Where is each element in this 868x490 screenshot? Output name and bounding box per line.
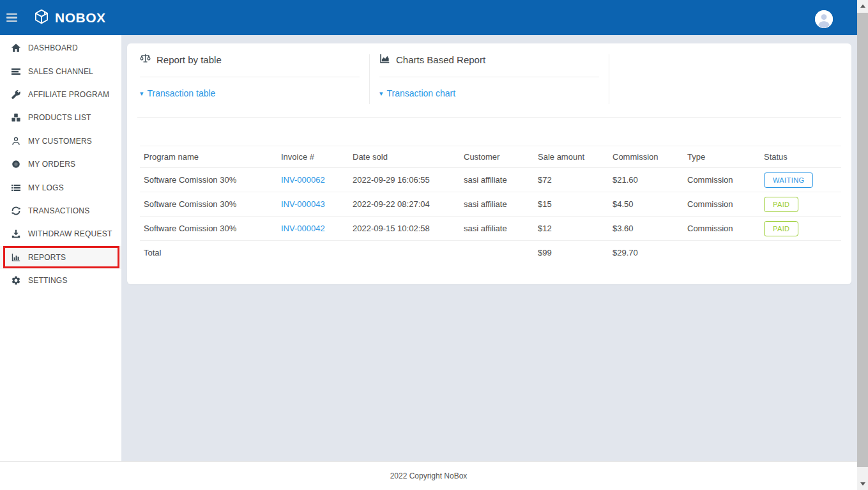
commission-cell: $21.60 (609, 168, 683, 192)
report-by-table-title: Report by table (140, 54, 222, 65)
sidebar-item-label: REPORTS (28, 253, 66, 262)
panel-divider-left (140, 77, 360, 77)
date-cell: 2022-09-29 16:06:55 (349, 168, 460, 192)
sidebar-item-label: DASHBOARD (28, 43, 78, 52)
sidebar-item-transactions[interactable]: TRANSACTIONS (0, 199, 121, 222)
empty-cell (460, 241, 534, 264)
sidebar-item-my-orders[interactable]: MY ORDERS (0, 153, 121, 176)
scrollbar-thumb[interactable] (857, 13, 868, 467)
sidebar-item-sales-channel[interactable]: SALES CHANNEL (0, 59, 121, 82)
total-sale-cell: $99 (534, 241, 609, 264)
table-row: Software Comission 30%INV-0000432022-09-… (140, 192, 841, 217)
chevron-down-icon: ▾ (140, 90, 144, 97)
vertical-scrollbar[interactable] (857, 0, 868, 490)
sidebar-item-withdraw-request[interactable]: WITHDRAW REQUEST (0, 222, 121, 245)
sidebar-item-products-list[interactable]: PRODUCTS LIST (0, 106, 121, 129)
table-row: Software Comission 30%INV-0000422022-09-… (140, 217, 841, 241)
column-header: Sale amount (534, 146, 609, 168)
invoice-cell: INV-000043 (277, 192, 349, 217)
brand-logo[interactable]: NOBOX (33, 0, 106, 35)
program-cell: Software Comission 30% (140, 168, 277, 192)
wrench-icon (11, 89, 28, 100)
area-chart-icon (379, 53, 390, 66)
bar-chart-icon (11, 252, 28, 263)
invoice-cell: INV-000042 (277, 217, 349, 241)
status-cell: PAID (760, 192, 841, 217)
scale-icon (140, 53, 151, 66)
scroll-down-arrow-icon[interactable] (860, 482, 865, 486)
sale-cell: $15 (534, 192, 609, 217)
date-cell: 2022-09-15 10:02:58 (349, 217, 460, 241)
person-icon (11, 136, 28, 146)
download-icon (11, 229, 28, 239)
transaction-chart-toggle[interactable]: ▾ Transaction chart (379, 88, 455, 98)
customer-cell: sasi affiliate (460, 192, 534, 217)
commission-cell: $3.60 (609, 217, 683, 241)
invoice-cell: INV-000062 (277, 168, 349, 192)
sidebar-item-my-customers[interactable]: MY CUSTOMERS (0, 130, 121, 153)
status-badge[interactable]: WAITING (764, 172, 813, 188)
program-cell: Software Comission 30% (140, 192, 277, 217)
sale-cell: $12 (534, 217, 609, 241)
sidebar-item-affiliate-program[interactable]: AFFILIATE PROGRAM (0, 83, 121, 106)
vertical-divider (609, 54, 609, 104)
status-badge[interactable]: PAID (764, 197, 798, 212)
status-badge[interactable]: PAID (764, 221, 798, 236)
column-header: Date sold (349, 146, 460, 168)
scroll-up-arrow-icon[interactable] (860, 4, 865, 8)
sidebar-item-label: SETTINGS (28, 276, 68, 285)
commission-cell: $4.50 (609, 192, 683, 217)
hamburger-menu-icon[interactable] (6, 13, 17, 22)
type-cell: Commission (683, 217, 760, 241)
customer-cell: sasi affiliate (460, 168, 534, 192)
chevron-down-icon: ▾ (379, 90, 383, 97)
sidebar-item-label: TRANSACTIONS (28, 206, 89, 215)
status-cell: PAID (760, 217, 841, 241)
sidebar-item-settings[interactable]: SETTINGS (0, 269, 121, 292)
transactions-table: Program nameInvoice #Date soldCustomerSa… (140, 146, 841, 264)
invoice-link[interactable]: INV-000062 (281, 175, 325, 185)
column-header: Status (760, 146, 841, 168)
sidebar-item-label: MY CUSTOMERS (28, 137, 92, 146)
vertical-divider (369, 54, 370, 104)
sidebar-item-label: MY LOGS (28, 183, 64, 192)
column-header: Customer (460, 146, 534, 168)
date-cell: 2022-09-22 08:27:04 (349, 192, 460, 217)
seal-icon (11, 159, 28, 169)
channels-icon (11, 66, 28, 77)
type-cell: Commission (683, 192, 760, 217)
empty-cell (760, 241, 841, 264)
status-cell: WAITING (760, 168, 841, 192)
copyright-text: 2022 Copyright NoBox (390, 471, 468, 490)
sale-cell: $72 (534, 168, 609, 192)
sidebar-item-reports[interactable]: REPORTS (0, 246, 121, 269)
sidebar-item-dashboard[interactable]: DASHBOARD (0, 36, 121, 59)
empty-cell (683, 241, 760, 264)
list-icon (11, 183, 28, 193)
sidebar-menu: DASHBOARDSALES CHANNELAFFILIATE PROGRAMP… (0, 35, 121, 461)
gear-icon (11, 275, 28, 286)
page-footer: 2022 Copyright NoBox (0, 461, 857, 490)
top-header-bar: NOBOX (0, 0, 857, 35)
type-cell: Commission (683, 168, 760, 192)
transaction-table-toggle[interactable]: ▾ Transaction table (140, 88, 215, 98)
column-header: Commission (609, 146, 683, 168)
report-card: Report by table Charts Based Report ▾ Tr… (127, 43, 851, 284)
column-header: Type (683, 146, 760, 168)
sidebar-item-label: SALES CHANNEL (28, 67, 93, 76)
cube-logo-icon (33, 8, 50, 27)
column-header: Invoice # (277, 146, 349, 168)
table-header-row: Program nameInvoice #Date soldCustomerSa… (140, 146, 841, 168)
sidebar-item-my-logs[interactable]: MY LOGS (0, 176, 121, 199)
charts-based-report-title: Charts Based Report (379, 54, 485, 65)
invoice-link[interactable]: INV-000043 (281, 199, 325, 209)
products-icon (11, 112, 28, 123)
sidebar-item-label: AFFILIATE PROGRAM (28, 90, 109, 99)
section-divider (137, 117, 841, 118)
total-commission-cell: $29.70 (609, 241, 683, 264)
empty-cell (349, 241, 460, 264)
invoice-link[interactable]: INV-000042 (281, 224, 325, 233)
program-cell: Software Comission 30% (140, 217, 277, 241)
home-icon (11, 43, 28, 53)
user-avatar[interactable] (815, 10, 833, 28)
